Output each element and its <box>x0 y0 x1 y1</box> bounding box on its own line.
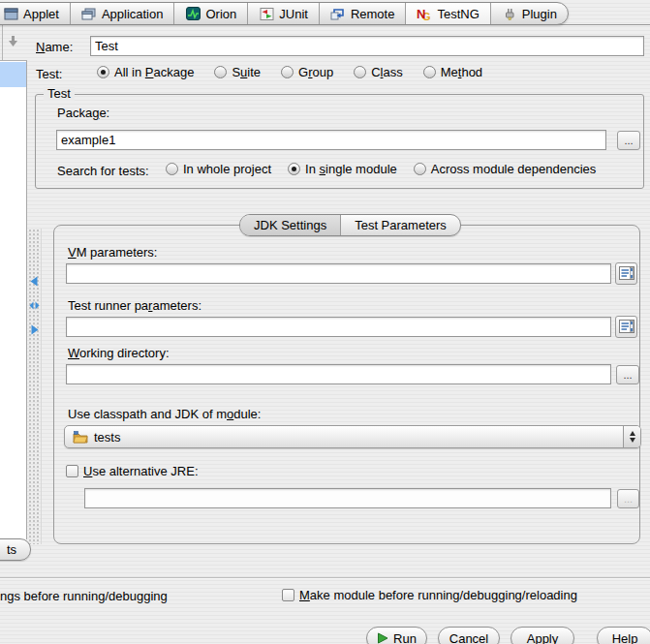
tab-applet[interactable]: Applet <box>0 3 70 24</box>
use-alternative-jre-row: Use alternative JRE: <box>66 464 199 478</box>
radio-circle <box>281 66 294 78</box>
button-label: Apply <box>527 631 559 644</box>
radio-class[interactable]: Class <box>354 65 403 79</box>
splitter-center-icon[interactable] <box>29 299 40 310</box>
radio-group[interactable]: Group <box>281 65 333 79</box>
truncated-settings-text: ngs before running/debugging <box>0 589 168 603</box>
search-scope-options: In whole project In single module Across… <box>166 162 596 176</box>
use-alternative-jre-checkbox[interactable]: Use alternative JRE: <box>66 464 199 478</box>
move-down-icon[interactable] <box>6 34 21 49</box>
make-module-checkbox[interactable]: Make module before running/debugging/rel… <box>282 588 577 602</box>
apply-button[interactable]: Apply <box>511 627 574 644</box>
vm-parameters-input[interactable] <box>66 263 611 284</box>
expand-editor-icon <box>619 266 635 282</box>
test-group-box: Test Package: ... Search for tests: In w… <box>35 94 644 189</box>
radio-label: Across module dependencies <box>431 162 597 176</box>
cancel-button[interactable]: Cancel <box>438 627 500 644</box>
tab-junit[interactable]: JUnit <box>247 3 319 24</box>
test-type-options: All in Package Suite Group Class Method <box>97 65 482 79</box>
splitter-collapse-right-icon[interactable] <box>29 323 40 334</box>
remote-icon <box>330 7 346 21</box>
radio-circle <box>414 163 426 175</box>
radio-circle <box>354 66 366 78</box>
bottom-separator <box>0 577 650 579</box>
tab-application[interactable]: Application <box>70 3 174 24</box>
working-directory-browse-button[interactable]: ... <box>616 365 639 384</box>
run-button[interactable]: Run <box>366 627 427 644</box>
checkbox-label: Use alternative JRE: <box>83 464 199 478</box>
radio-label: In single module <box>305 162 397 176</box>
tab-plugin[interactable]: Plugin <box>490 3 568 24</box>
splitter-divider[interactable] <box>28 229 42 544</box>
testng-icon: GN <box>417 7 432 21</box>
junit-icon <box>259 7 274 21</box>
settings-tabs: JDK Settings Test Parameters <box>239 214 461 236</box>
radio-all-in-package[interactable]: All in Package <box>97 65 194 79</box>
truncated-left-tab[interactable]: ts <box>0 538 31 561</box>
alternative-jre-input[interactable] <box>84 488 611 508</box>
tab-label: Application <box>102 7 164 21</box>
test-label: Test: <box>36 67 62 81</box>
name-label: Name: <box>36 40 73 54</box>
vm-expand-button[interactable] <box>615 262 637 285</box>
run-configuration-dialog: Applet Application Orion JUnit Remote <box>0 0 650 644</box>
working-directory-label: Working directory: <box>68 346 170 360</box>
tab-label: Remote <box>351 7 395 21</box>
module-combobox-value: tests <box>94 430 120 445</box>
radio-circle <box>166 163 178 175</box>
radio-circle <box>288 163 300 175</box>
combo-arrows-icon[interactable] <box>623 426 640 447</box>
radio-in-single-module[interactable]: In single module <box>288 162 397 176</box>
name-input[interactable] <box>90 36 644 56</box>
checkbox-box <box>66 465 78 477</box>
module-classpath-label: Use classpath and JDK of module: <box>68 407 261 421</box>
radio-method[interactable]: Method <box>423 65 482 79</box>
button-label: Run <box>393 631 417 644</box>
config-type-tabs: Applet Application Orion JUnit Remote <box>0 2 569 25</box>
radio-circle <box>423 66 436 78</box>
tab-orion[interactable]: Orion <box>173 3 247 24</box>
selected-configuration-row[interactable] <box>0 62 26 87</box>
tab-test-parameters[interactable]: Test Parameters <box>340 215 460 235</box>
runner-expand-button[interactable] <box>615 316 637 338</box>
tab-jdk-settings[interactable]: JDK Settings <box>240 215 340 235</box>
help-button[interactable]: Help <box>597 627 650 644</box>
plugin-icon <box>502 7 517 21</box>
svg-text:N: N <box>417 7 425 21</box>
working-directory-input[interactable] <box>66 364 611 384</box>
radio-label: In whole project <box>183 162 271 176</box>
package-browse-button[interactable]: ... <box>617 131 640 150</box>
splitter-collapse-left-icon[interactable] <box>29 275 40 286</box>
radio-circle <box>97 66 109 78</box>
configurations-list[interactable] <box>0 60 27 539</box>
tab-testng[interactable]: GN TestNG <box>405 3 489 24</box>
tab-label: Orion <box>205 7 236 21</box>
make-module-row: Make module before running/debugging/rel… <box>282 588 577 602</box>
run-play-icon <box>377 632 388 644</box>
alternative-jre-browse-button[interactable]: ... <box>617 489 639 508</box>
test-runner-parameters-label: Test runner parameters: <box>68 298 201 313</box>
tab-label: Applet <box>23 7 59 21</box>
tab-label: JUnit <box>279 7 308 21</box>
test-runner-parameters-input[interactable] <box>66 317 611 337</box>
radio-label: Group <box>298 65 333 79</box>
package-label: Package: <box>57 106 109 120</box>
module-folder-icon <box>73 431 88 444</box>
button-label: Help <box>612 631 638 644</box>
radio-in-whole-project[interactable]: In whole project <box>166 162 271 176</box>
radio-suite[interactable]: Suite <box>214 65 261 79</box>
checkbox-label: Make module before running/debugging/rel… <box>299 588 577 602</box>
application-icon <box>81 7 97 21</box>
radio-label: Suite <box>232 65 261 79</box>
module-combobox[interactable]: tests <box>64 425 641 448</box>
package-input[interactable] <box>56 130 606 150</box>
tab-label: TestNG <box>437 7 479 21</box>
search-for-tests-label: Search for tests: <box>57 164 149 178</box>
test-group-title: Test <box>44 87 75 101</box>
tab-remote[interactable]: Remote <box>319 3 406 24</box>
radio-across-module-dependencies[interactable]: Across module dependencies <box>414 162 597 176</box>
tab-label: Test Parameters <box>355 218 447 232</box>
tab-label: Plugin <box>522 7 557 21</box>
tab-label: JDK Settings <box>254 218 326 232</box>
radio-label: Class <box>371 65 403 79</box>
